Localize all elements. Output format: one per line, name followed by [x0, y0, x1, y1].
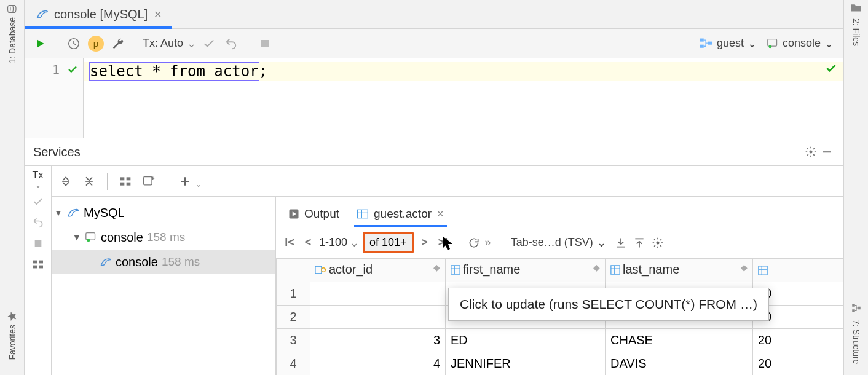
minimize-icon[interactable] — [819, 144, 835, 160]
favorites-tool-window-button[interactable]: Favorites — [7, 311, 18, 360]
database-tool-window-button[interactable]: 1: Database — [6, 4, 18, 64]
settings-button[interactable] — [650, 235, 665, 250]
pk-column-icon — [315, 265, 326, 275]
prev-page-button[interactable]: < — [301, 235, 315, 250]
left-rail: 1: Database Favorites — [0, 0, 25, 375]
more-icon[interactable]: » — [485, 236, 491, 249]
sort-icon[interactable]: ◆ — [593, 262, 600, 272]
console-tab-label: console [MySQL] — [54, 7, 148, 22]
database-icon — [7, 3, 18, 15]
column-icon — [451, 265, 460, 275]
svg-rect-5 — [708, 41, 712, 44]
layout-button[interactable] — [30, 256, 47, 273]
col-first-name[interactable]: first_name ◆ — [446, 259, 606, 282]
stop-button[interactable] — [30, 235, 47, 252]
rollback-button[interactable] — [222, 34, 240, 53]
editor-gutter: 1 — [25, 58, 84, 138]
stop-button[interactable] — [256, 34, 274, 53]
sql-statement: select * from actor — [90, 63, 259, 80]
services-tree[interactable]: ▼ MySQL ▼ console 158 ms — [52, 197, 276, 375]
svg-point-7 — [768, 45, 771, 48]
svg-rect-12 — [39, 261, 42, 264]
services-header: Services — [25, 138, 843, 166]
triangle-down-icon: ▼ — [54, 208, 63, 218]
tree-session-2[interactable]: console 158 ms — [52, 250, 275, 274]
tree-console2-label: console — [116, 255, 158, 269]
schema-icon — [700, 38, 713, 49]
next-page-button[interactable]: > — [417, 235, 432, 250]
tree-session-1[interactable]: ▼ console 158 ms — [52, 225, 275, 250]
chevron-down-icon: ⌄ — [187, 37, 196, 50]
reload-button[interactable] — [467, 235, 481, 250]
svg-point-23 — [87, 239, 90, 242]
svg-rect-10 — [34, 240, 41, 247]
close-icon[interactable]: ✕ — [436, 208, 444, 219]
wrench-button[interactable] — [109, 34, 127, 53]
svg-rect-34 — [852, 309, 855, 312]
results-panel: Output guest.actor ✕ I< < — [276, 197, 843, 375]
tooltip-text: Click to update (runs SELECT COUNT(*) FR… — [460, 297, 757, 311]
services-main: ⌄ ▼ MySQL ▼ — [52, 166, 843, 375]
svg-rect-15 — [62, 181, 69, 182]
actor-tab[interactable]: guest.actor ✕ — [349, 202, 452, 227]
rollback-button[interactable] — [30, 214, 47, 231]
structure-tool-window-button[interactable]: 7: Structure — [851, 320, 861, 364]
session-combo[interactable]: console ⌄ — [763, 36, 837, 52]
output-tab-label: Output — [304, 207, 339, 221]
table-row[interactable]: 3 3 ED CHASE 20 — [277, 329, 843, 352]
collapse-all-button[interactable] — [80, 172, 98, 191]
session-icon — [767, 38, 779, 49]
table-row[interactable]: 4 4 JENNIFER DAVIS 20 — [277, 352, 843, 376]
group-button[interactable] — [116, 172, 135, 191]
sort-icon[interactable]: ◆ — [741, 262, 748, 272]
svg-rect-21 — [144, 176, 152, 184]
gear-icon[interactable] — [803, 144, 819, 160]
upload-button[interactable] — [632, 235, 647, 250]
first-page-button[interactable]: I< — [282, 235, 297, 250]
output-tab[interactable]: Output — [281, 202, 347, 227]
session-icon — [85, 232, 97, 243]
chevron-down-icon: ⌄ — [748, 37, 757, 50]
col-actor-id[interactable]: actor_id ◆ — [310, 259, 446, 282]
row-count-button[interactable]: of 101+ — [363, 232, 414, 253]
pill-p-button[interactable]: p — [87, 34, 105, 53]
run-button[interactable] — [31, 34, 49, 53]
code-area[interactable]: select * from actor; — [84, 58, 843, 138]
structure-label: 7: Structure — [851, 320, 861, 364]
col-last-name[interactable]: last_name ◆ — [606, 259, 753, 282]
close-icon[interactable]: ✕ — [152, 9, 163, 20]
export-format-label: Tab-se…d (TSV) — [511, 236, 593, 249]
export-format-combo[interactable]: Tab-se…d (TSV) ⌄ — [507, 235, 610, 251]
svg-rect-29 — [325, 269, 326, 270]
history-button[interactable] — [65, 34, 83, 53]
svg-rect-13 — [33, 266, 37, 269]
tree-root-label: MySQL — [84, 206, 125, 220]
editor-toolbar: p Tx: Auto ⌄ guest ⌄ — [25, 29, 843, 58]
svg-rect-25 — [358, 210, 368, 218]
editor-tabbar: console [MySQL] ✕ — [25, 0, 843, 29]
result-grid[interactable]: Click to update (runs SELECT COUNT(*) FR… — [276, 258, 843, 375]
sql-editor[interactable]: 1 select * from actor; — [25, 58, 843, 138]
services-tx-label[interactable]: Tx — [33, 170, 44, 181]
structure-icon — [851, 302, 862, 314]
results-toolbar: I< < 1-100 ⌄ of 101+ > >I — [276, 227, 843, 258]
row-count-label: of 101+ — [369, 236, 407, 249]
files-tool-window-button[interactable]: 2: Files — [851, 18, 861, 46]
add-button[interactable] — [176, 172, 194, 191]
col-extra[interactable] — [753, 259, 843, 282]
tx-mode-combo[interactable]: Tx: Auto ⌄ — [143, 37, 196, 50]
tree-root-mysql[interactable]: ▼ MySQL — [52, 200, 275, 225]
schema-combo[interactable]: guest ⌄ — [696, 36, 760, 52]
svg-rect-17 — [120, 177, 125, 180]
filter-button[interactable] — [140, 172, 158, 191]
page-range-combo[interactable]: 1-100 ⌄ — [319, 236, 359, 250]
services-title: Services — [33, 145, 81, 159]
sort-icon[interactable]: ◆ — [433, 262, 440, 272]
commit-button[interactable] — [30, 193, 47, 210]
download-button[interactable] — [614, 235, 628, 250]
column-icon — [758, 266, 838, 275]
svg-rect-31 — [611, 266, 620, 274]
expand-all-button[interactable] — [57, 172, 75, 191]
commit-button[interactable] — [200, 34, 218, 53]
console-tab[interactable]: console [MySQL] ✕ — [25, 0, 172, 28]
